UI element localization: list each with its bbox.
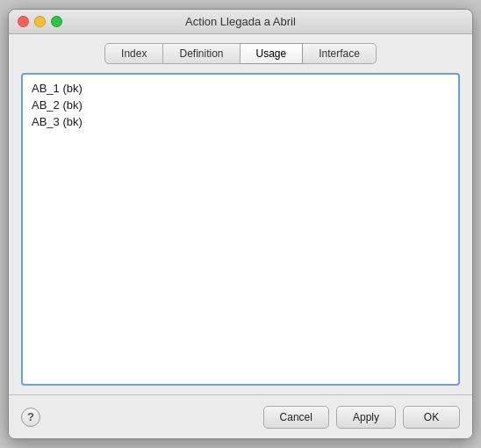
- list-area: AB_1 (bk) AB_2 (bk) AB_3 (bk): [21, 73, 460, 386]
- maximize-button[interactable]: [51, 16, 62, 27]
- action-buttons: Cancel Apply OK: [263, 406, 460, 429]
- tab-definition[interactable]: Definition: [163, 43, 240, 64]
- list-item[interactable]: AB_2 (bk): [26, 97, 455, 113]
- list-item[interactable]: AB_3 (bk): [26, 113, 455, 130]
- main-window: Action Llegada a Abril Index Definition …: [8, 9, 473, 439]
- list-item[interactable]: AB_1 (bk): [26, 80, 455, 97]
- minimize-button[interactable]: [34, 16, 46, 27]
- bottom-bar: ? Cancel Apply OK: [9, 394, 472, 438]
- content-area: Index Definition Usage Interface AB_1 (b…: [9, 34, 472, 394]
- help-button[interactable]: ?: [21, 408, 40, 427]
- title-bar: Action Llegada a Abril: [9, 10, 472, 34]
- tab-interface[interactable]: Interface: [303, 43, 377, 64]
- tab-usage[interactable]: Usage: [240, 43, 304, 64]
- apply-button[interactable]: Apply: [336, 406, 396, 429]
- close-button[interactable]: [18, 16, 29, 27]
- traffic-lights: [18, 16, 62, 27]
- tabs-container: Index Definition Usage Interface: [21, 43, 460, 64]
- tab-index[interactable]: Index: [104, 43, 163, 64]
- ok-button[interactable]: OK: [403, 406, 460, 429]
- window-title: Action Llegada a Abril: [185, 15, 296, 28]
- cancel-button[interactable]: Cancel: [263, 406, 329, 429]
